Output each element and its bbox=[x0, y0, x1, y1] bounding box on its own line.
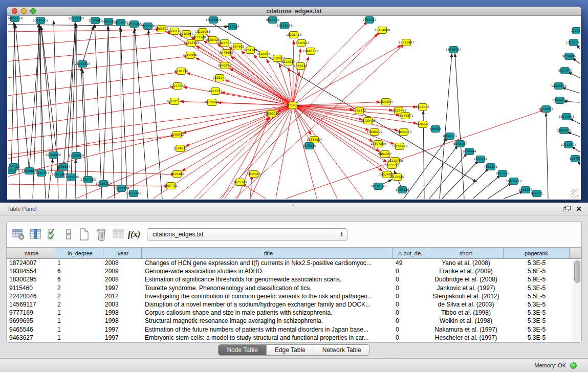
table-cell: 2003 bbox=[103, 301, 142, 308]
column-header-scroll-stub[interactable] bbox=[570, 248, 581, 258]
network-node-label: 7857224 bbox=[226, 25, 239, 28]
table-rows: 1872400712008Changes of HCN gene express… bbox=[7, 259, 581, 342]
row-height-button[interactable] bbox=[63, 227, 74, 242]
network-selector[interactable]: citations_edges.txt ▲ ▼ bbox=[147, 228, 347, 240]
network-node-label: 1196842 bbox=[170, 133, 184, 136]
table-cell: 1 bbox=[54, 309, 103, 316]
network-node-label: 9884067 bbox=[378, 152, 392, 156]
network-node-label: 9975887 bbox=[57, 165, 71, 168]
table-cell: 2009 bbox=[103, 268, 142, 275]
show-hide-columns-button[interactable] bbox=[46, 227, 61, 242]
table-cell: 9463627 bbox=[7, 334, 54, 341]
column-header-name[interactable]: name bbox=[7, 248, 54, 258]
window-titlebar[interactable]: citations_edges.txt bbox=[7, 7, 581, 16]
checklist-icon bbox=[47, 228, 59, 241]
table-cell: Franke et al. (2009) bbox=[428, 268, 504, 275]
network-node-label: 9146821 bbox=[257, 52, 271, 56]
table-settings-button[interactable] bbox=[11, 227, 26, 242]
table-cell: 0 bbox=[393, 276, 428, 283]
network-node-label: 1604672 bbox=[173, 146, 187, 150]
network-node-label: 9227343 bbox=[558, 69, 572, 72]
table-cell: Dudbridge et al. (2008) bbox=[428, 276, 504, 283]
table-row[interactable]: 977716911998Corpus callosum shape and si… bbox=[7, 309, 581, 317]
network-node-label: 9699695 bbox=[416, 122, 430, 126]
network-node-label: 7632621 bbox=[484, 165, 498, 168]
table-row[interactable]: 1830029562008Estimation of significance … bbox=[7, 275, 581, 283]
table-cell: 5.3E-5 bbox=[504, 317, 570, 324]
resize-grip[interactable] bbox=[571, 189, 579, 198]
network-node-label: 17359924 bbox=[69, 154, 84, 157]
function-builder-button[interactable]: f(x) bbox=[128, 227, 140, 242]
column-header-short[interactable]: short bbox=[428, 248, 504, 258]
column-header-year[interactable]: year bbox=[103, 248, 142, 258]
close-panel-button[interactable]: ✕ bbox=[576, 205, 582, 213]
column-header-out_de...[interactable]: △out_de... bbox=[393, 248, 428, 258]
column-icon bbox=[29, 228, 42, 241]
tab-network-table[interactable]: Network Table bbox=[314, 345, 369, 355]
table-row[interactable]: 1456911722003Disruption of a novel membe… bbox=[7, 300, 581, 309]
network-node-label: 9474444 bbox=[463, 149, 476, 153]
table-row[interactable]: 911546021997Tourette syndrome. Phenomeno… bbox=[7, 284, 581, 292]
table-row[interactable]: 969969511998Structural magnetic resonanc… bbox=[7, 317, 581, 325]
table-row[interactable]: 1938455462009Genome-wide association stu… bbox=[7, 267, 581, 275]
table-cell: 5.6E-5 bbox=[504, 268, 570, 275]
table-cell: 1998 bbox=[103, 317, 142, 324]
column-header-pagerank[interactable]: pagerank bbox=[504, 248, 570, 258]
splitter-handle-icon[interactable]: ▴ bbox=[292, 203, 294, 207]
table-container: f(x) citations_edges.txt ▲ ▼ namein_degr… bbox=[6, 221, 582, 343]
network-node-label: 16648784 bbox=[446, 48, 462, 51]
desktop-background: citations_edges.txt 18724007240557242069… bbox=[0, 0, 588, 203]
table-row[interactable]: 2242004622012Investigating the contribut… bbox=[7, 292, 581, 300]
network-node-label: 8427552 bbox=[209, 89, 223, 93]
table-cell: 5.9E-5 bbox=[504, 276, 570, 283]
table-cell: 2 bbox=[54, 301, 103, 308]
tab-node-table[interactable]: Node Table bbox=[219, 345, 267, 355]
network-node-label: 10025488 bbox=[391, 108, 407, 112]
table-cell: 1997 bbox=[103, 326, 142, 333]
network-node-label: 1527602 bbox=[89, 18, 102, 22]
network-node-label: 9827548 bbox=[218, 41, 232, 45]
float-window-icon bbox=[563, 206, 571, 212]
import-table-button[interactable] bbox=[111, 227, 126, 242]
network-node-label: 17957253 bbox=[80, 178, 96, 181]
network-node-label: 12093832 bbox=[551, 84, 567, 87]
network-node-label: 7515526 bbox=[141, 24, 155, 28]
new-column-button[interactable] bbox=[76, 227, 92, 242]
network-node-label: 18807249 bbox=[371, 142, 386, 145]
table-row[interactable]: 1872400712008Changes of HCN gene express… bbox=[7, 259, 581, 267]
network-selector-value: citations_edges.txt bbox=[147, 231, 336, 238]
table-cell: Nakamura et al. (1997) bbox=[428, 326, 504, 333]
network-node-label: 10654112 bbox=[506, 179, 522, 183]
table-row[interactable]: 946554611997Estimation of the future num… bbox=[7, 325, 581, 334]
table-cell: 9777169 bbox=[7, 309, 54, 316]
column-header-title[interactable]: title bbox=[142, 248, 393, 258]
vertical-scrollbar[interactable] bbox=[573, 259, 581, 342]
network-node-label: 20206576 bbox=[46, 153, 61, 157]
column-header-in_degree[interactable]: in_degree bbox=[54, 248, 103, 258]
network-canvas[interactable]: 1872400724055724206914061065528715276028… bbox=[8, 16, 580, 199]
table-panel-titlebar[interactable]: ▴ Table Panel ✕ bbox=[0, 203, 588, 215]
table-cell: 0 bbox=[393, 334, 428, 341]
float-panel-button[interactable] bbox=[563, 206, 571, 212]
table-cell: 22420046 bbox=[7, 293, 54, 300]
table-row[interactable]: 946362711997Embryonic stem cells: a mode… bbox=[7, 334, 581, 342]
network-node-label: 16033809 bbox=[206, 18, 222, 21]
network-node-label: 9329966 bbox=[562, 54, 576, 58]
table-cell: 0 bbox=[393, 285, 428, 292]
tab-edge-table[interactable]: Edge Table bbox=[267, 345, 314, 355]
delete-column-button[interactable] bbox=[94, 227, 109, 242]
network-node-label: 15720407 bbox=[360, 119, 376, 122]
table-cell: 5.3E-5 bbox=[504, 334, 570, 341]
network-node-label: 10958107 bbox=[96, 182, 112, 185]
table-cell: Embryonic stem cells: a model to study s… bbox=[142, 334, 393, 341]
network-node-label: 8938923 bbox=[443, 134, 457, 138]
network-node-label: 9242848 bbox=[218, 63, 232, 67]
table-tabbar: Node TableEdge TableNetwork Table bbox=[0, 344, 588, 357]
network-node-label: 18325419 bbox=[286, 33, 302, 36]
table-cell: Corpus callosum shape and size in male p… bbox=[142, 309, 393, 316]
network-node-label: 8475685 bbox=[220, 51, 233, 54]
network-node-label: 9245652 bbox=[519, 188, 533, 191]
network-node-label: 20691406 bbox=[33, 18, 49, 22]
select-column-button[interactable] bbox=[28, 227, 43, 242]
scrollbar-thumb[interactable] bbox=[574, 260, 580, 283]
